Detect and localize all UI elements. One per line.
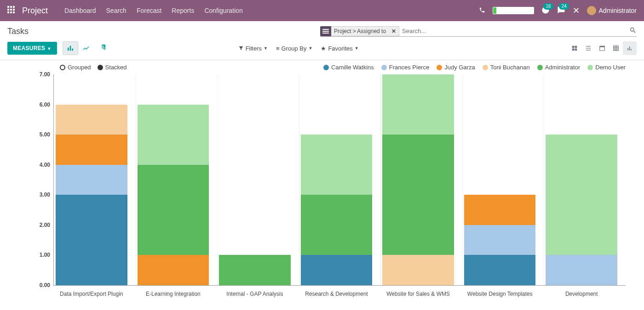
svg-rect-11 bbox=[72, 49, 73, 51]
legend-dot-icon bbox=[323, 65, 329, 70]
bar-stack[interactable] bbox=[56, 105, 127, 285]
legend-item[interactable]: Toni Buchanan bbox=[483, 64, 530, 71]
svg-rect-26 bbox=[627, 48, 628, 51]
bar-segment[interactable] bbox=[56, 165, 127, 195]
app-brand[interactable]: Project bbox=[22, 6, 48, 16]
bar-stack[interactable] bbox=[301, 135, 373, 285]
favorites-button[interactable]: ★ Favorites▼ bbox=[321, 45, 358, 52]
gridline-vertical bbox=[462, 74, 463, 285]
x-tick-label: E-Learning Integration bbox=[136, 291, 218, 297]
phone-icon[interactable] bbox=[479, 7, 485, 15]
graph-view-icon[interactable] bbox=[623, 41, 637, 55]
bar-stack[interactable] bbox=[464, 195, 536, 285]
messages-badge: 24 bbox=[559, 3, 569, 10]
chart-legend: Grouped Stacked Camille WatkinsFrances P… bbox=[0, 60, 644, 74]
legend-dot-icon bbox=[483, 65, 488, 70]
bar-segment[interactable] bbox=[301, 255, 373, 285]
bar-column: Internal - GAP Analysis bbox=[217, 74, 299, 285]
mode-stacked[interactable]: Stacked bbox=[98, 64, 127, 71]
bar-segment[interactable] bbox=[464, 255, 536, 285]
apps-icon[interactable] bbox=[7, 6, 15, 15]
progress-bar[interactable] bbox=[493, 7, 534, 14]
filters-button[interactable]: Filters▼ bbox=[238, 45, 268, 52]
gridline-vertical bbox=[136, 74, 136, 285]
user-menu[interactable]: Administrator bbox=[587, 6, 637, 15]
bar-segment[interactable] bbox=[382, 74, 454, 135]
measures-button[interactable]: MEASURES▼ bbox=[7, 42, 57, 55]
legend-item[interactable]: Administrator bbox=[537, 64, 581, 71]
nav-forecast[interactable]: Forecast bbox=[137, 7, 161, 14]
y-tick-label: 4.00 bbox=[40, 162, 54, 168]
bar-stack[interactable] bbox=[546, 135, 617, 285]
svg-rect-12 bbox=[572, 46, 575, 48]
y-tick-label: 2.00 bbox=[40, 222, 54, 228]
legend-dot-icon bbox=[437, 65, 442, 70]
svg-rect-5 bbox=[13, 9, 15, 11]
nav-dashboard[interactable]: Dashboard bbox=[64, 7, 96, 14]
bar-segment[interactable] bbox=[138, 255, 209, 285]
bar-stack[interactable] bbox=[219, 255, 291, 285]
activity-icon[interactable]: 16 bbox=[541, 6, 550, 16]
x-tick-label: Data Import/Export Plugin bbox=[54, 291, 136, 297]
list-view-icon[interactable] bbox=[581, 41, 595, 55]
nav-search[interactable]: Search bbox=[106, 7, 126, 14]
bar-segment[interactable] bbox=[56, 135, 127, 165]
y-tick-label: 0.00 bbox=[40, 282, 54, 288]
legend-label: Demo User bbox=[595, 64, 626, 71]
bar-stack[interactable] bbox=[138, 105, 209, 285]
line-chart-icon[interactable] bbox=[78, 41, 94, 55]
bar-segment[interactable] bbox=[138, 165, 209, 255]
nav-reports[interactable]: Reports bbox=[172, 7, 194, 14]
legend-item[interactable]: Camille Watkins bbox=[323, 64, 374, 71]
radio-unchecked-icon bbox=[60, 65, 65, 70]
svg-rect-4 bbox=[10, 9, 12, 11]
legend-item[interactable]: Judy Garza bbox=[437, 64, 475, 71]
messages-icon[interactable]: 24 bbox=[557, 6, 565, 16]
bar-segment[interactable] bbox=[464, 195, 536, 225]
pie-chart-icon[interactable] bbox=[94, 41, 109, 55]
search-icon[interactable] bbox=[629, 27, 637, 35]
bar-segment[interactable] bbox=[382, 255, 454, 285]
y-tick-label: 6.00 bbox=[40, 101, 54, 108]
bar-chart-icon[interactable] bbox=[63, 41, 78, 55]
legend-item[interactable]: Demo User bbox=[587, 64, 626, 71]
y-tick-label: 1.00 bbox=[40, 252, 54, 258]
svg-rect-10 bbox=[69, 46, 71, 51]
facet-remove-icon[interactable]: ✕ bbox=[389, 26, 399, 36]
breadcrumb: Tasks bbox=[7, 27, 29, 36]
svg-rect-20 bbox=[600, 46, 605, 47]
gridline-vertical bbox=[217, 74, 218, 285]
svg-rect-14 bbox=[572, 49, 575, 51]
svg-rect-27 bbox=[629, 47, 630, 51]
pivot-view-icon[interactable] bbox=[609, 41, 623, 55]
x-tick-label: Research & Development bbox=[299, 291, 381, 297]
bar-segment[interactable] bbox=[464, 225, 536, 255]
calendar-view-icon[interactable] bbox=[595, 41, 609, 55]
bar-segment[interactable] bbox=[301, 135, 373, 195]
mode-grouped[interactable]: Grouped bbox=[60, 64, 91, 71]
svg-rect-15 bbox=[575, 49, 577, 51]
user-name: Administrator bbox=[599, 7, 637, 14]
legend-item[interactable]: Frances Pierce bbox=[381, 64, 429, 71]
bar-segment[interactable] bbox=[301, 195, 373, 255]
bar-segment[interactable] bbox=[546, 135, 617, 255]
y-tick-label: 7.00 bbox=[40, 71, 54, 78]
bar-stack[interactable] bbox=[382, 74, 454, 285]
progress-fill bbox=[493, 7, 496, 14]
bar-segment[interactable] bbox=[56, 195, 127, 285]
kanban-view-icon[interactable] bbox=[568, 41, 581, 55]
svg-rect-2 bbox=[13, 6, 15, 8]
chart: Data Import/Export PluginE-Learning Inte… bbox=[0, 74, 644, 286]
bar-segment[interactable] bbox=[138, 105, 209, 165]
bar-segment[interactable] bbox=[219, 255, 291, 285]
close-icon[interactable]: ✕ bbox=[573, 6, 580, 16]
groupby-button[interactable]: ≡ Group By▼ bbox=[276, 45, 312, 52]
nav-configuration[interactable]: Configuration bbox=[204, 7, 242, 14]
bar-segment[interactable] bbox=[56, 105, 127, 135]
activity-badge: 16 bbox=[543, 3, 553, 10]
bar-segment[interactable] bbox=[546, 255, 617, 285]
search-input[interactable] bbox=[399, 26, 627, 36]
svg-rect-21 bbox=[614, 46, 619, 51]
y-tick-label: 5.00 bbox=[40, 131, 54, 138]
bar-segment[interactable] bbox=[382, 135, 454, 255]
